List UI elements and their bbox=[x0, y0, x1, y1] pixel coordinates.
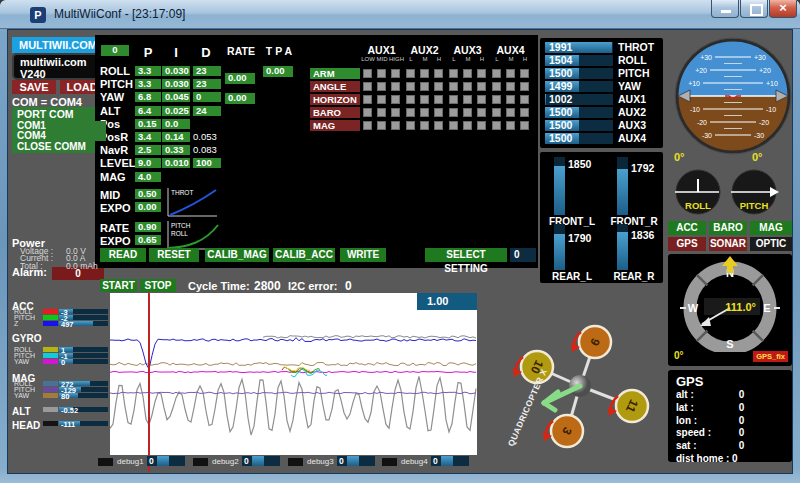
aux-checkbox[interactable] bbox=[391, 69, 400, 78]
aux-checkbox[interactable] bbox=[449, 82, 458, 91]
port-item-com4[interactable]: COM4 bbox=[12, 131, 106, 141]
aux-checkbox[interactable] bbox=[391, 82, 400, 91]
aux-checkbox[interactable] bbox=[449, 108, 458, 117]
aux-checkbox[interactable] bbox=[377, 95, 386, 104]
aux-checkbox[interactable] bbox=[377, 121, 386, 130]
pid-cell-i[interactable]: 0.14 bbox=[162, 132, 190, 142]
pid-cell-p[interactable]: 6.8 bbox=[135, 92, 161, 102]
aux-checkbox[interactable] bbox=[434, 82, 443, 91]
aux-checkbox[interactable] bbox=[449, 69, 458, 78]
write-button[interactable]: WRITE bbox=[340, 248, 386, 262]
mid-value[interactable]: 0.50 bbox=[135, 189, 161, 199]
tpa-value[interactable]: 0.00 bbox=[263, 66, 293, 77]
aux-checkbox[interactable] bbox=[492, 69, 501, 78]
title-bar[interactable]: P MultiWiiConf - [23:17:09] × bbox=[0, 0, 800, 29]
pid-cell-p[interactable]: 3.4 bbox=[135, 132, 161, 142]
aux-checkbox[interactable] bbox=[492, 121, 501, 130]
aux-checkbox[interactable] bbox=[477, 95, 486, 104]
aux-checkbox[interactable] bbox=[420, 108, 429, 117]
pid-cell-d[interactable]: 24 bbox=[193, 106, 221, 116]
aux-checkbox[interactable] bbox=[391, 121, 400, 130]
pid-cell-p[interactable]: 4.0 bbox=[135, 172, 161, 182]
pid-cell-i[interactable]: 0.33 bbox=[162, 145, 190, 155]
aux-checkbox[interactable] bbox=[377, 82, 386, 91]
aux-checkbox[interactable] bbox=[391, 95, 400, 104]
aux-checkbox[interactable] bbox=[463, 121, 472, 130]
select-setting-value[interactable]: 0 bbox=[510, 248, 536, 262]
aux-checkbox[interactable] bbox=[406, 108, 415, 117]
reset-button[interactable]: RESET bbox=[149, 248, 199, 262]
aux-checkbox[interactable] bbox=[449, 95, 458, 104]
pid-cell-p[interactable]: 3.3 bbox=[135, 66, 161, 76]
graph-scale-control[interactable]: 1.00 bbox=[417, 293, 477, 310]
aux-checkbox[interactable] bbox=[463, 108, 472, 117]
pid-cell-p[interactable]: 2.5 bbox=[135, 145, 161, 155]
aux-checkbox[interactable] bbox=[492, 108, 501, 117]
aux-checkbox[interactable] bbox=[520, 95, 529, 104]
aux-checkbox[interactable] bbox=[506, 82, 515, 91]
pid-cell-i[interactable]: 0.0 bbox=[162, 119, 190, 129]
minimize-button[interactable] bbox=[711, 0, 739, 18]
aux-checkbox[interactable] bbox=[506, 95, 515, 104]
aux-checkbox[interactable] bbox=[434, 95, 443, 104]
pid-cell-p[interactable]: 9.0 bbox=[135, 158, 161, 168]
pid-cell-p[interactable]: 6.4 bbox=[135, 106, 161, 116]
aux-checkbox[interactable] bbox=[434, 121, 443, 130]
aux-checkbox[interactable] bbox=[377, 69, 386, 78]
aux-checkbox[interactable] bbox=[363, 95, 372, 104]
aux-checkbox[interactable] bbox=[363, 108, 372, 117]
rate-roll-pitch-value[interactable]: 0.00 bbox=[225, 73, 255, 84]
graph-cursor[interactable] bbox=[148, 293, 150, 472]
aux-checkbox[interactable] bbox=[363, 82, 372, 91]
aux-checkbox[interactable] bbox=[506, 69, 515, 78]
aux-checkbox[interactable] bbox=[506, 108, 515, 117]
pid-cell-p[interactable]: 3.3 bbox=[135, 79, 161, 89]
aux-checkbox[interactable] bbox=[363, 121, 372, 130]
pid-cell-i[interactable]: 0.045 bbox=[162, 92, 190, 102]
calib-mag-button[interactable]: CALIB_MAG bbox=[205, 248, 269, 262]
aux-checkbox[interactable] bbox=[391, 108, 400, 117]
aux-checkbox[interactable] bbox=[377, 108, 386, 117]
aux-checkbox[interactable] bbox=[520, 82, 529, 91]
calib-acc-button[interactable]: CALIB_ACC bbox=[273, 248, 335, 262]
throttle-expo-value[interactable]: 0.00 bbox=[135, 202, 161, 212]
pid-cell-d[interactable]: 23 bbox=[193, 66, 221, 76]
aux-checkbox[interactable] bbox=[520, 69, 529, 78]
aux-checkbox[interactable] bbox=[420, 69, 429, 78]
aux-checkbox[interactable] bbox=[406, 82, 415, 91]
aux-checkbox[interactable] bbox=[492, 82, 501, 91]
aux-checkbox[interactable] bbox=[520, 108, 529, 117]
close-comm-button[interactable]: CLOSE COMM bbox=[12, 141, 106, 153]
aux-checkbox[interactable] bbox=[434, 69, 443, 78]
aux-checkbox[interactable] bbox=[477, 69, 486, 78]
save-button[interactable]: SAVE bbox=[12, 80, 56, 94]
aux-checkbox[interactable] bbox=[406, 69, 415, 78]
aux-checkbox[interactable] bbox=[492, 95, 501, 104]
aux-checkbox[interactable] bbox=[477, 82, 486, 91]
port-com-dropdown[interactable]: PORT COM ▼ bbox=[12, 107, 106, 121]
pid-cell-i[interactable]: 0.030 bbox=[162, 66, 190, 76]
aux-checkbox[interactable] bbox=[406, 95, 415, 104]
rc-expo-value[interactable]: 0.65 bbox=[135, 235, 161, 245]
aux-checkbox[interactable] bbox=[463, 82, 472, 91]
aux-checkbox[interactable] bbox=[477, 108, 486, 117]
tab-multiwii-com[interactable]: MULTIWII.COM bbox=[12, 37, 104, 53]
stop-button[interactable]: STOP bbox=[140, 279, 176, 292]
select-setting-button[interactable]: SELECT SETTING bbox=[425, 248, 507, 262]
aux-checkbox[interactable] bbox=[520, 121, 529, 130]
aux-checkbox[interactable] bbox=[434, 108, 443, 117]
aux-checkbox[interactable] bbox=[506, 121, 515, 130]
pid-cell-i[interactable]: 0.025 bbox=[162, 106, 190, 116]
aux-checkbox[interactable] bbox=[406, 121, 415, 130]
rc-rate-value[interactable]: 0.90 bbox=[135, 222, 161, 232]
pid-cell-d[interactable]: 23 bbox=[193, 79, 221, 89]
aux-checkbox[interactable] bbox=[463, 69, 472, 78]
pid-cell-i[interactable]: 0.030 bbox=[162, 79, 190, 89]
aux-checkbox[interactable] bbox=[363, 69, 372, 78]
start-button[interactable]: START bbox=[100, 279, 137, 292]
aux-checkbox[interactable] bbox=[449, 121, 458, 130]
aux-checkbox[interactable] bbox=[420, 95, 429, 104]
pid-cell-d[interactable]: 100 bbox=[193, 158, 221, 168]
aux-checkbox[interactable] bbox=[463, 95, 472, 104]
pid-cell-i[interactable]: 0.010 bbox=[162, 158, 190, 168]
